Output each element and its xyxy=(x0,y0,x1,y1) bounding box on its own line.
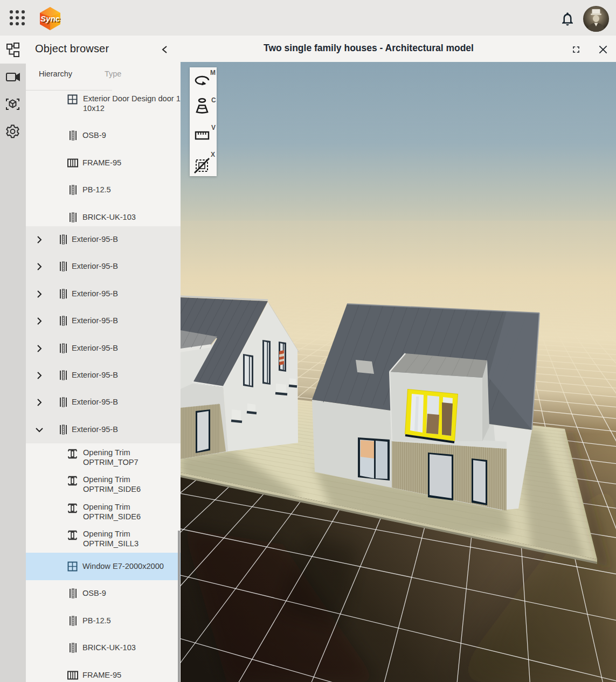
svg-text:Sync: Sync xyxy=(40,14,60,23)
